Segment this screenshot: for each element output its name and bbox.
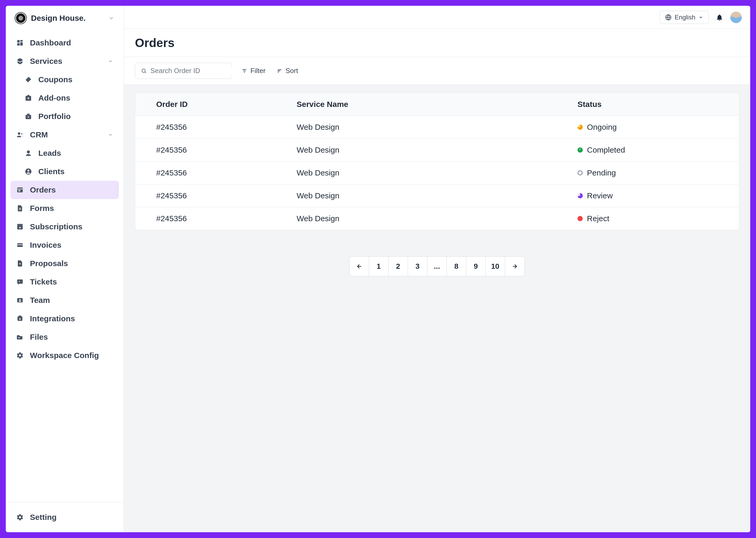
cell-service: Web Design: [297, 191, 578, 200]
tickets-icon: [16, 278, 24, 286]
search-icon: [141, 68, 147, 74]
page-title: Orders: [135, 36, 739, 50]
arrow-left-icon: [356, 263, 362, 270]
sidebar-item-proposals[interactable]: Proposals: [11, 254, 119, 273]
filter-icon: [242, 68, 247, 74]
svg-point-9: [28, 116, 29, 118]
svg-rect-1: [20, 40, 23, 42]
language-label: English: [675, 14, 695, 21]
services-icon: [16, 58, 24, 65]
page-3[interactable]: 3: [408, 257, 427, 276]
svg-point-26: [20, 263, 21, 265]
table-row[interactable]: #245356Web DesignReject: [135, 207, 739, 230]
sidebar-item-team[interactable]: Team: [11, 291, 119, 309]
table-row[interactable]: #245356Web DesignPending: [135, 162, 739, 185]
workspace-switcher[interactable]: Design House.: [6, 6, 124, 30]
notifications-button[interactable]: [716, 13, 724, 21]
globe-icon: [665, 14, 672, 21]
page-label: 10: [491, 262, 499, 271]
svg-point-12: [27, 150, 30, 154]
status-ongoing-icon: [578, 125, 583, 130]
sort-button[interactable]: Sort: [275, 64, 300, 78]
page-8[interactable]: 8: [447, 257, 466, 276]
status-completed-icon: [578, 147, 583, 153]
cell-order: #245356: [156, 145, 297, 154]
sidebar-item-setting[interactable]: Setting: [11, 507, 119, 527]
cell-order: #245356: [156, 168, 297, 177]
cell-service: Web Design: [297, 214, 578, 223]
sidebar-item-subscriptions[interactable]: Subscriptions: [11, 218, 119, 236]
sidebar-item-invoices[interactable]: Invoices: [11, 236, 119, 254]
sidebar-item-crm[interactable]: CRM: [11, 126, 119, 144]
filter-button[interactable]: Filter: [240, 64, 267, 78]
arrow-right-icon: [512, 263, 518, 270]
svg-point-10: [18, 133, 20, 135]
sidebar-item-tickets[interactable]: Tickets: [11, 273, 119, 291]
sidebar-item-portfolio[interactable]: Portfolio: [11, 107, 119, 126]
forms-icon: [16, 205, 24, 212]
sidebar-item-leads[interactable]: Leads: [11, 144, 119, 162]
svg-point-11: [21, 133, 23, 134]
workspace-name: Design House.: [31, 14, 104, 23]
status-label: Pending: [587, 168, 616, 177]
team-icon: [16, 296, 24, 304]
table-row[interactable]: #245356Web DesignCompleted: [135, 139, 739, 162]
svg-rect-27: [17, 280, 23, 284]
sidebar-item-label: Proposals: [30, 259, 68, 268]
search-input[interactable]: [150, 67, 236, 75]
sidebar-item-label: Leads: [38, 149, 61, 158]
cell-status: Completed: [578, 145, 718, 154]
sidebar-item-services[interactable]: Services: [11, 52, 119, 71]
page-10[interactable]: 10: [486, 257, 505, 276]
sidebar-item-clients[interactable]: Clients: [11, 162, 119, 181]
page-prev[interactable]: [350, 257, 369, 276]
sidebar-item-forms[interactable]: Forms: [11, 199, 119, 218]
page-9[interactable]: 9: [466, 257, 486, 276]
page-label: 2: [396, 262, 400, 271]
status-review-icon: [578, 193, 583, 198]
user-avatar[interactable]: [730, 12, 742, 23]
sidebar-item-workspace[interactable]: Workspace Config: [11, 346, 119, 365]
table-header: Order ID Service Name Status: [135, 93, 739, 116]
cell-status: Reject: [578, 214, 718, 223]
language-selector[interactable]: English: [660, 11, 709, 24]
cell-status: Ongoing: [578, 123, 718, 132]
sidebar-item-label: Files: [30, 333, 48, 342]
status-label: Completed: [587, 145, 625, 154]
page-label: 1: [377, 262, 381, 271]
page-next[interactable]: [505, 257, 525, 276]
proposals-icon: [16, 260, 24, 267]
workspace-icon: [16, 352, 24, 359]
sidebar-item-dashboard[interactable]: Dashboard: [11, 34, 119, 52]
status-pending-icon: [578, 170, 583, 176]
sidebar-item-integrations[interactable]: Integrations: [11, 309, 119, 328]
sidebar-item-coupons[interactable]: Coupons: [11, 71, 119, 89]
chevron-down-icon[interactable]: [109, 15, 114, 21]
cell-status: Review: [578, 191, 718, 200]
sidebar-item-orders[interactable]: Orders: [11, 181, 119, 199]
gear-icon: [16, 513, 24, 521]
sidebar-item-label: CRM: [30, 130, 48, 139]
page-2[interactable]: 2: [389, 257, 408, 276]
sidebar-item-addons[interactable]: Add-ons: [11, 89, 119, 107]
search-input-wrapper[interactable]: [135, 63, 232, 79]
svg-rect-32: [19, 315, 21, 317]
table-row[interactable]: #245356Web DesignOngoing: [135, 116, 739, 139]
cell-service: Web Design: [297, 123, 578, 132]
chevron-down-icon: [108, 132, 113, 137]
sidebar-item-files[interactable]: Files: [11, 328, 119, 346]
sidebar-item-label: Tickets: [30, 277, 57, 286]
svg-rect-3: [17, 43, 20, 45]
subscriptions-icon: [16, 223, 24, 230]
sidebar-item-label: Orders: [30, 186, 56, 194]
page-label: 9: [474, 262, 478, 271]
sidebar-item-label: Invoices: [30, 241, 62, 249]
table-row[interactable]: #245356Web DesignReview: [135, 185, 739, 207]
page-ellipsis: ...: [427, 257, 447, 276]
navigation: DashboardServicesCouponsAdd-onsPortfolio…: [6, 30, 124, 502]
page-1[interactable]: 1: [369, 257, 389, 276]
chevron-down-icon: [698, 15, 703, 20]
cell-order: #245356: [156, 214, 297, 223]
sort-icon: [277, 68, 282, 74]
status-label: Ongoing: [587, 123, 617, 132]
